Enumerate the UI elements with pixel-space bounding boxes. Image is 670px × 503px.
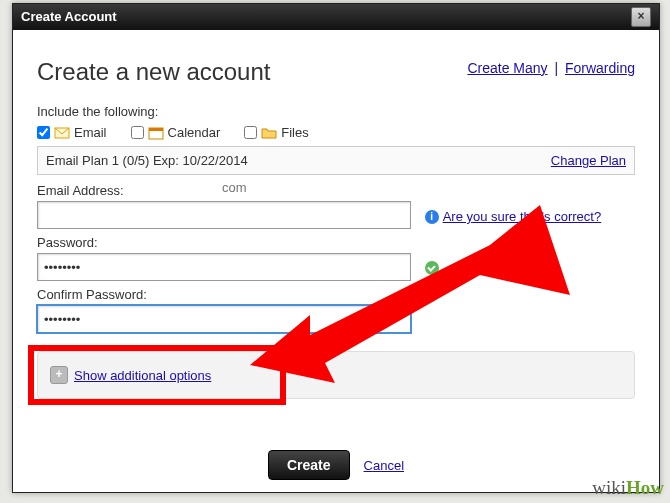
info-icon: i: [425, 210, 439, 224]
top-links: Create Many | Forwarding: [467, 60, 635, 76]
titlebar: Create Account ×: [13, 4, 659, 30]
email-label: Email Address:: [37, 183, 635, 198]
show-additional-options-link[interactable]: Show additional options: [74, 368, 211, 383]
email-hint-link[interactable]: Are you sure that's correct?: [443, 209, 602, 224]
svg-rect-2: [149, 128, 163, 131]
close-icon[interactable]: ×: [631, 7, 651, 27]
include-calendar-label: Calendar: [168, 125, 221, 140]
include-calendar[interactable]: Calendar: [131, 125, 221, 140]
email-checkbox[interactable]: [37, 126, 50, 139]
mail-icon: [54, 126, 70, 140]
change-plan-link[interactable]: Change Plan: [551, 153, 626, 168]
create-account-dialog: Create Account × Create Many | Forwardin…: [12, 3, 660, 493]
additional-options-box: + Show additional options: [37, 351, 635, 399]
include-label: Include the following:: [37, 104, 635, 119]
include-files[interactable]: Files: [244, 125, 308, 140]
email-field[interactable]: [37, 201, 411, 229]
calendar-checkbox[interactable]: [131, 126, 144, 139]
forwarding-link[interactable]: Forwarding: [565, 60, 635, 76]
button-bar: Create Cancel: [13, 450, 659, 480]
password-field[interactable]: [37, 253, 411, 281]
include-email-label: Email: [74, 125, 107, 140]
include-files-label: Files: [281, 125, 308, 140]
plan-text: Email Plan 1 (0/5) Exp: 10/22/2014: [46, 153, 248, 168]
folder-icon: [261, 126, 277, 140]
watermark-wiki: wiki: [592, 477, 626, 498]
files-checkbox[interactable]: [244, 126, 257, 139]
include-email[interactable]: Email: [37, 125, 107, 140]
calendar-icon: [148, 126, 164, 140]
dialog-title: Create Account: [21, 4, 117, 30]
confirm-password-label: Confirm Password:: [37, 287, 635, 302]
include-row: Email Calendar Files: [37, 125, 635, 140]
cancel-link[interactable]: Cancel: [364, 458, 404, 473]
create-button[interactable]: Create: [268, 450, 350, 480]
confirm-password-field[interactable]: [37, 305, 411, 333]
password-label: Password:: [37, 235, 635, 250]
watermark-how: How: [626, 477, 664, 498]
link-separator: |: [554, 60, 558, 76]
plan-box: Email Plan 1 (0/5) Exp: 10/22/2014 Chang…: [37, 146, 635, 175]
wikihow-watermark: wikiHow: [592, 477, 664, 499]
check-icon: [425, 261, 439, 275]
create-many-link[interactable]: Create Many: [467, 60, 547, 76]
plus-icon[interactable]: +: [50, 366, 68, 384]
